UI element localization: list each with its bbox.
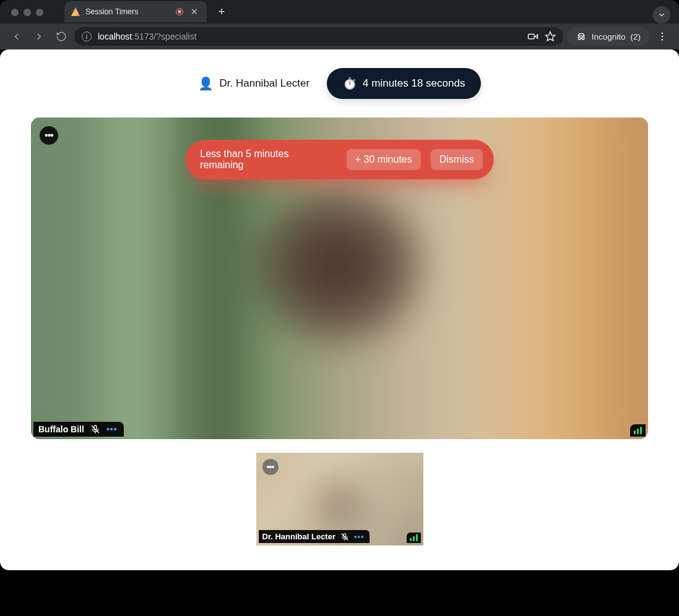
- self-name: Dr. Hannibal Lecter: [262, 532, 335, 541]
- svg-marker-1: [535, 35, 537, 38]
- bookmark-star-icon[interactable]: [545, 31, 556, 42]
- tile-more-button[interactable]: •••: [40, 126, 58, 145]
- session-header: 👤 Dr. Hannibal Lecter ⏱️ 4 minutes 18 se…: [31, 68, 648, 99]
- new-tab-button[interactable]: +: [213, 3, 230, 20]
- svg-rect-0: [528, 34, 534, 39]
- self-signal-strength-icon: [407, 533, 421, 543]
- mic-muted-icon: [90, 424, 100, 434]
- window-frame: Session Timers ✕ + i localhost:5173/?spe…: [0, 0, 679, 570]
- incognito-icon: [576, 31, 587, 42]
- url-host: localhost: [98, 32, 132, 41]
- svg-point-7: [662, 39, 663, 40]
- self-tile-more-button[interactable]: •••: [262, 459, 279, 475]
- arrow-right-icon: [33, 31, 45, 42]
- mic-muted-icon: [340, 533, 349, 541]
- arrow-left-icon: [11, 31, 22, 42]
- svg-point-4: [582, 37, 584, 40]
- site-info-icon[interactable]: i: [82, 32, 92, 41]
- participant-name-chip: Buffalo Bill •••: [33, 422, 124, 437]
- signal-strength-icon: [630, 424, 646, 437]
- forward-button[interactable]: [30, 27, 48, 46]
- back-button[interactable]: [7, 27, 26, 46]
- titlebar: Session Timers ✕ +: [0, 0, 679, 24]
- url-path: :5173/?specialist: [132, 32, 196, 41]
- browser-toolbar: i localhost:5173/?specialist Incognito (…: [0, 24, 679, 49]
- current-user-name: Dr. Hannibal Lecter: [220, 77, 310, 90]
- page-content: 👤 Dr. Hannibal Lecter ⏱️ 4 minutes 18 se…: [0, 49, 679, 570]
- tabs-row: Session Timers ✕ +: [64, 0, 230, 24]
- participant-more-icon[interactable]: •••: [106, 424, 118, 434]
- add-time-button[interactable]: + 30 minutes: [347, 149, 421, 170]
- browser-menu-button[interactable]: [653, 27, 672, 46]
- main-video-tile[interactable]: ••• Less than 5 minutes remaining + 30 m…: [31, 118, 648, 439]
- svg-point-5: [662, 33, 663, 34]
- chevron-down-icon: [657, 11, 666, 19]
- reload-button[interactable]: [52, 27, 71, 46]
- incognito-count: (2): [631, 32, 641, 41]
- incognito-indicator[interactable]: Incognito (2): [567, 27, 649, 46]
- self-name-chip: Dr. Hannibal Lecter •••: [259, 530, 370, 543]
- session-timer-pill: ⏱️ 4 minutes 18 seconds: [327, 68, 481, 99]
- tab-title: Session Timers: [85, 7, 171, 16]
- svg-point-3: [578, 37, 581, 40]
- url-text: localhost:5173/?specialist: [98, 32, 197, 41]
- close-tab-icon[interactable]: ✕: [188, 7, 201, 17]
- dismiss-button[interactable]: Dismiss: [431, 149, 483, 170]
- zoom-dot-icon[interactable]: [36, 9, 43, 16]
- time-warning-message: Less than 5 minutes remaining: [196, 148, 336, 171]
- close-dot-icon[interactable]: [11, 9, 19, 16]
- browser-tab[interactable]: Session Timers ✕: [64, 1, 207, 22]
- minimize-dot-icon[interactable]: [24, 9, 31, 16]
- timer-text: 4 minutes 18 seconds: [363, 77, 465, 90]
- current-user-label: 👤 Dr. Hannibal Lecter: [198, 76, 310, 91]
- camera-permission-icon[interactable]: [527, 31, 538, 42]
- traffic-lights: [11, 9, 43, 16]
- participant-name: Buffalo Bill: [38, 424, 84, 434]
- url-bar[interactable]: i localhost:5173/?specialist: [74, 27, 563, 46]
- tabs-dropdown-button[interactable]: [653, 6, 670, 24]
- svg-marker-2: [545, 32, 555, 41]
- user-silhouette-icon: 👤: [198, 76, 214, 91]
- kebab-icon: [657, 31, 668, 42]
- recording-indicator-icon[interactable]: [176, 8, 183, 15]
- stopwatch-icon: ⏱️: [343, 77, 357, 90]
- reload-icon: [56, 31, 67, 42]
- svg-point-6: [662, 36, 663, 37]
- time-warning-banner: Less than 5 minutes remaining + 30 minut…: [185, 140, 494, 179]
- incognito-label: Incognito: [592, 32, 626, 41]
- self-more-icon[interactable]: •••: [354, 532, 365, 541]
- vite-favicon-icon: [71, 7, 80, 16]
- self-video-tile[interactable]: ••• Dr. Hannibal Lecter •••: [256, 453, 423, 545]
